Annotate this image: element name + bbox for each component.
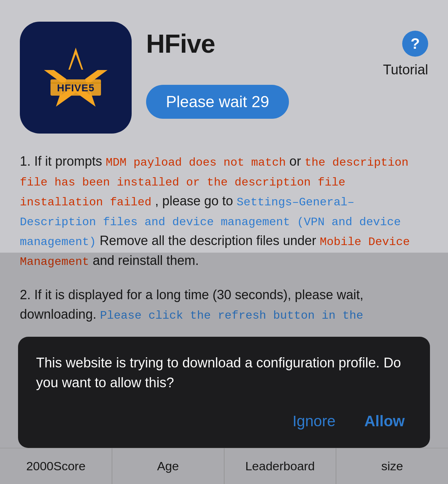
header-right: HFive ? Tutorial Please wait 29 — [146, 22, 428, 119]
instruction-1-suffix: Remove all the description files under — [96, 233, 320, 248]
instruction-1-prefix: 1. If it prompts — [20, 154, 106, 169]
app-title: HFive — [146, 29, 215, 58]
svg-text:HFIVE5: HFIVE5 — [57, 82, 95, 93]
app-icon-inner: HFIVE5 — [20, 22, 132, 134]
help-button[interactable]: ? — [402, 31, 428, 57]
ignore-button[interactable]: Ignore — [285, 409, 343, 433]
dialog-buttons: Ignore Allow — [36, 409, 412, 433]
title-row: HFive ? — [146, 29, 428, 58]
wait-button[interactable]: Please wait 29 — [146, 85, 289, 119]
instruction-1-red1: MDM payload does not match — [106, 156, 286, 169]
instruction-1-middle: , please go to — [151, 193, 237, 208]
allow-button[interactable]: Allow — [357, 409, 412, 433]
config-profile-dialog: This website is trying to download a con… — [18, 337, 430, 448]
instruction-1-or: or — [286, 154, 304, 169]
header-section: HFIVE5 HFive ? Tutorial Please wait 29 — [20, 22, 428, 134]
tutorial-label: Tutorial — [146, 62, 428, 78]
dialog-message: This website is trying to download a con… — [36, 353, 412, 393]
app-icon: HFIVE5 — [20, 22, 132, 134]
